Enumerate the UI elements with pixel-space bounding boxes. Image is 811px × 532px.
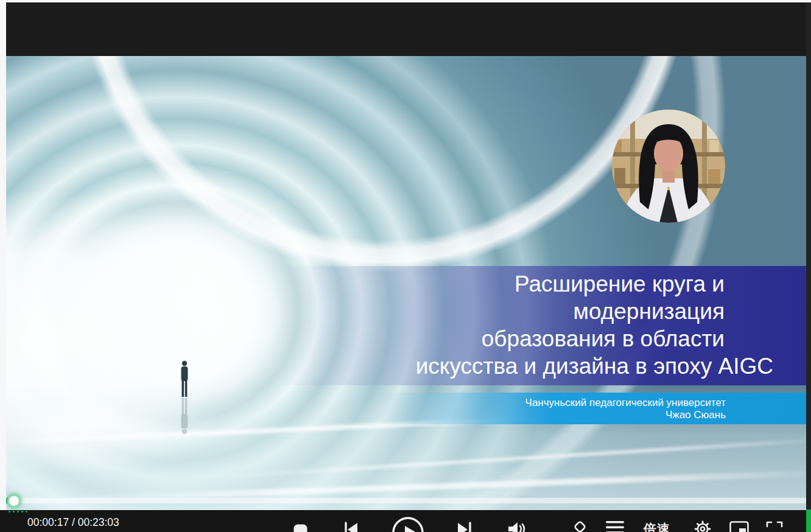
- next-button[interactable]: [455, 521, 472, 532]
- seek-bar[interactable]: [6, 498, 806, 503]
- player-top-bar: [6, 2, 806, 56]
- menu-lines-button[interactable]: [606, 520, 624, 532]
- previous-button[interactable]: [343, 521, 360, 532]
- stop-button[interactable]: [293, 524, 307, 532]
- slide-title-line: искусства и дизайна в эпоху AIGC: [6, 352, 806, 380]
- scrollbar-thumb[interactable]: [806, 509, 811, 532]
- seek-handle[interactable]: [7, 494, 21, 508]
- slide-subtitle-line: Чжао Сюань: [6, 409, 806, 421]
- buffer-dots: [9, 511, 27, 513]
- time-display: 00:00:17 / 00:23:03: [27, 516, 119, 529]
- slide-subtitle-band: Чанчуньский педагогический университет Ч…: [6, 393, 806, 424]
- slide-title-line: модернизация: [6, 298, 806, 325]
- slide-subtitle-line: Чанчуньский педагогический университет: [6, 397, 806, 409]
- slide-title-band: Расширение круга и модернизация образова…: [6, 266, 806, 385]
- playback-speed-button[interactable]: 倍速: [644, 520, 670, 532]
- slide-title-line: Расширение круга и: [6, 270, 806, 298]
- scrollbar[interactable]: [806, 2, 811, 532]
- fullscreen-button[interactable]: [766, 521, 783, 532]
- picture-in-picture-button[interactable]: [729, 521, 749, 532]
- player-controls-bar: 00:00:17 / 00:23:03: [0, 510, 811, 532]
- video-stage[interactable]: Расширение круга и модернизация образова…: [6, 56, 806, 510]
- play-button[interactable]: [391, 516, 424, 532]
- presenter-webcam: [612, 110, 725, 223]
- pen-annotate-button[interactable]: [570, 520, 587, 532]
- volume-button[interactable]: [507, 520, 525, 532]
- settings-gear-button[interactable]: [694, 520, 711, 532]
- slide-title-line: образования в области: [6, 325, 806, 352]
